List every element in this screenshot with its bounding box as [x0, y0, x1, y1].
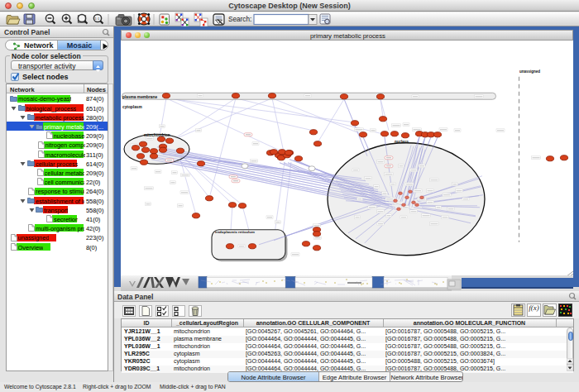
svg-text:nucleus: nucleus	[395, 139, 409, 143]
svg-text:1:1: 1:1	[95, 17, 100, 21]
svg-text:plasma membrane: plasma membrane	[122, 94, 157, 98]
svg-text:mitochondrion: mitochondrion	[144, 133, 170, 137]
svg-text:unassigned: unassigned	[519, 69, 540, 73]
svg-text:endoplasmic reticulum: endoplasmic reticulum	[215, 230, 255, 234]
svg-text:cytoplasm: cytoplasm	[122, 105, 142, 109]
svg-text:Search:: Search:	[228, 16, 251, 23]
